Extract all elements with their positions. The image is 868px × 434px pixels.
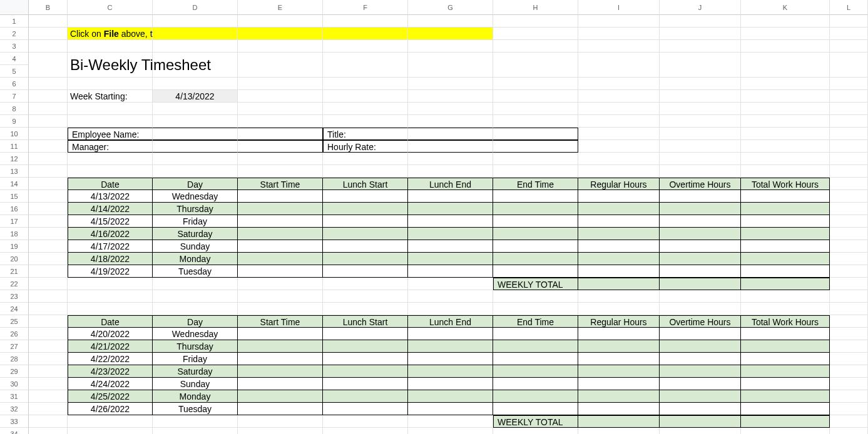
cell[interactable]	[830, 278, 868, 290]
cell[interactable]	[578, 90, 660, 103]
row-header[interactable]: 26	[0, 328, 29, 340]
cell[interactable]	[493, 53, 578, 78]
row-header[interactable]: 17	[0, 215, 29, 228]
cell[interactable]	[741, 153, 830, 165]
cell[interactable]	[660, 90, 741, 103]
col-header-F[interactable]: F	[323, 0, 408, 15]
time-cell[interactable]	[741, 240, 830, 253]
cell[interactable]	[830, 265, 868, 278]
day-cell[interactable]: Thursday	[153, 340, 238, 353]
cell[interactable]	[29, 378, 68, 390]
cell[interactable]	[29, 415, 68, 428]
cell[interactable]	[408, 165, 493, 178]
cell[interactable]	[408, 415, 493, 428]
col-header-D[interactable]: D	[153, 0, 238, 15]
time-cell[interactable]	[238, 328, 323, 340]
cell[interactable]	[29, 428, 68, 434]
time-cell[interactable]	[238, 265, 323, 278]
time-cell[interactable]	[238, 203, 323, 215]
cell[interactable]	[68, 290, 153, 303]
cell[interactable]	[493, 428, 578, 434]
time-cell[interactable]	[741, 203, 830, 215]
time-cell[interactable]	[741, 253, 830, 265]
time-cell[interactable]	[578, 390, 660, 403]
time-cell[interactable]	[578, 253, 660, 265]
day-cell[interactable]: Thursday	[153, 203, 238, 215]
cell[interactable]	[153, 278, 238, 290]
employee-name-field[interactable]: Employee Name:	[68, 128, 153, 140]
date-cell[interactable]: 4/19/2022	[68, 265, 153, 278]
time-cell[interactable]	[408, 353, 493, 365]
time-cell[interactable]	[408, 253, 493, 265]
date-cell[interactable]: 4/26/2022	[68, 403, 153, 415]
cell[interactable]	[238, 15, 323, 28]
time-cell[interactable]	[493, 203, 578, 215]
cell[interactable]	[493, 153, 578, 165]
cell[interactable]	[660, 153, 741, 165]
cell[interactable]	[578, 78, 660, 90]
cell[interactable]	[68, 415, 153, 428]
cell[interactable]	[493, 15, 578, 28]
day-cell[interactable]: Monday	[153, 390, 238, 403]
time-cell[interactable]	[323, 378, 408, 390]
time-cell[interactable]	[408, 378, 493, 390]
cell[interactable]	[830, 353, 868, 365]
row-header[interactable]: 30	[0, 378, 29, 390]
row-header[interactable]: 9	[0, 115, 29, 128]
cell[interactable]	[660, 428, 741, 434]
row-header[interactable]: 2	[0, 28, 29, 40]
cell[interactable]	[578, 15, 660, 28]
cell-grid[interactable]: Click on File above, then hit Make a cop…	[29, 15, 868, 434]
cell[interactable]	[830, 228, 868, 240]
day-cell[interactable]: Tuesday	[153, 403, 238, 415]
date-cell[interactable]: 4/18/2022	[68, 253, 153, 265]
time-cell[interactable]	[493, 240, 578, 253]
cell[interactable]	[29, 240, 68, 253]
cell[interactable]	[153, 428, 238, 434]
cell[interactable]	[29, 140, 68, 153]
cell[interactable]	[153, 28, 238, 40]
cell[interactable]	[830, 28, 868, 40]
cell[interactable]	[238, 165, 323, 178]
cell[interactable]	[153, 40, 238, 53]
time-cell[interactable]	[408, 265, 493, 278]
time-cell[interactable]	[741, 353, 830, 365]
cell[interactable]	[68, 103, 153, 115]
title-field[interactable]: Title:	[323, 128, 408, 140]
cell[interactable]	[29, 353, 68, 365]
cell[interactable]	[830, 253, 868, 265]
cell[interactable]	[29, 40, 68, 53]
row-header[interactable]: 23	[0, 290, 29, 303]
cell[interactable]	[660, 115, 741, 128]
cell[interactable]	[830, 378, 868, 390]
cell[interactable]	[578, 53, 660, 78]
cell[interactable]	[741, 290, 830, 303]
cell[interactable]	[660, 140, 741, 153]
time-cell[interactable]	[323, 190, 408, 203]
date-cell[interactable]: 4/14/2022	[68, 203, 153, 215]
time-cell[interactable]	[238, 228, 323, 240]
row-header[interactable]: 34	[0, 428, 29, 434]
cell[interactable]	[660, 103, 741, 115]
time-cell[interactable]	[238, 253, 323, 265]
time-cell[interactable]	[578, 215, 660, 228]
time-cell[interactable]	[323, 353, 408, 365]
time-cell[interactable]	[741, 340, 830, 353]
cell[interactable]	[830, 403, 868, 415]
cell[interactable]	[408, 40, 493, 53]
weekly-total-value[interactable]	[741, 415, 830, 428]
cell[interactable]	[408, 78, 493, 90]
cell[interactable]	[68, 428, 153, 434]
date-cell[interactable]: 4/20/2022	[68, 328, 153, 340]
cell[interactable]	[830, 340, 868, 353]
time-cell[interactable]	[660, 378, 741, 390]
time-cell[interactable]	[323, 203, 408, 215]
cell[interactable]	[29, 290, 68, 303]
col-header-I[interactable]: I	[578, 0, 660, 15]
cell[interactable]	[29, 278, 68, 290]
cell[interactable]	[323, 40, 408, 53]
row-header[interactable]: 24	[0, 303, 29, 315]
time-cell[interactable]	[238, 340, 323, 353]
cell[interactable]	[660, 165, 741, 178]
time-cell[interactable]	[660, 328, 741, 340]
